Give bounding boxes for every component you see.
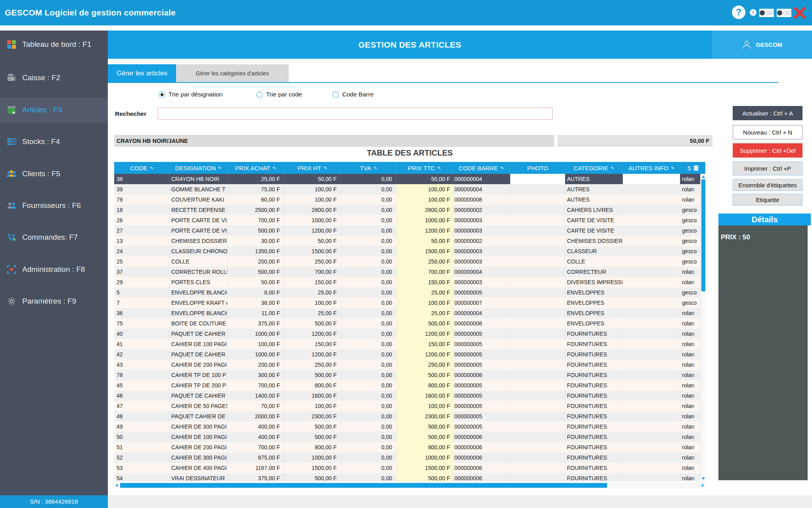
radio-trie-par-code[interactable]: Trie par code (256, 90, 302, 98)
sidebar-item-tableau-de-bord[interactable]: Tableau de bord : F1 (0, 32, 108, 57)
vertical-scrollbar[interactable] (700, 174, 705, 481)
column-header-prix-ht[interactable]: PRIX HT✎ (284, 162, 341, 174)
column-header-tva[interactable]: TVA✎ (341, 162, 396, 174)
radio-code-barre[interactable]: Code Barre (332, 90, 373, 98)
radio-circle-icon[interactable] (256, 91, 263, 98)
table-row[interactable]: 53CAHIER DE 400 PAGI1167,00 F1500,00 F0,… (114, 463, 705, 473)
image-button-1[interactable] (759, 9, 774, 17)
table-row[interactable]: 75BOITE DE COUTURE375,00 F500,00 F0,0050… (114, 318, 705, 329)
table-row[interactable]: 51CAHIER DE 200 PAGI700,00 F800,00 F0,00… (114, 442, 705, 452)
sort-icon: ✎ (437, 165, 441, 171)
table-row[interactable]: 37CORRECTEUR ROLLE500,00 F700,00 F0,0070… (114, 267, 705, 277)
nouveau-button[interactable]: Nouveau : Ctrl + N (733, 125, 802, 139)
table-cell: 500,00 F (228, 267, 284, 277)
column-header-code-barre[interactable]: CODE BARRE✎ (453, 162, 510, 174)
table-row[interactable]: 5ENVELOPPE BLANCH8,00 F25,00 F0,0025,00 … (114, 287, 705, 298)
scroll-left-icon[interactable] (115, 484, 118, 487)
table-row[interactable]: 42PAQUET DE CAHIER1000,00 F1200,00 F0,00… (114, 349, 705, 360)
table-cell (623, 308, 680, 318)
column-header-categorie[interactable]: CATEGORIE✎ (565, 162, 623, 174)
table-row[interactable]: 52CAHIER DE 300 PAGI875,00 F1000,00 F0,0… (114, 452, 705, 463)
table-row[interactable]: 25COLLE200,00 F250,00 F0,00250,00 F00000… (114, 256, 705, 267)
table-row[interactable]: 24CLASSEUR CHRONO1350,00 F1500,00 F0,001… (114, 246, 705, 256)
close-icon[interactable] (792, 5, 807, 20)
table-row[interactable]: 46PAQUET DE CAHIER1400,00 F1600,00 F0,00… (114, 391, 705, 401)
table-cell: FOURNITURES (565, 442, 623, 452)
column-header-designation[interactable]: DESIGNATION✎ (170, 162, 228, 174)
column-header-prix-ttc[interactable]: PRIX TTC✎ (396, 162, 453, 174)
serial-number-bar: S/N : 3664426818 (0, 495, 108, 508)
table-cell (623, 236, 680, 246)
column-header-photo[interactable]: PHOTO (510, 162, 565, 174)
table-cell: 1400,00 F (228, 391, 284, 401)
table-row[interactable]: 47CAHIER DE 50 PAGES70,00 F100,00 F0,001… (114, 401, 705, 411)
table-cell (510, 349, 565, 360)
table-row[interactable]: 29PORTES CLES50,00 F150,00 F0,00150,00 F… (114, 277, 705, 287)
table-row[interactable]: 27PORTE CARTE DE VIS500,00 F1200,00 F0,0… (114, 225, 705, 236)
horizontal-scrollbar[interactable] (114, 482, 705, 489)
supprimer-button[interactable]: Supprimer : Ctrl +Del (733, 143, 802, 158)
scroll-up-icon[interactable] (702, 175, 705, 178)
sidebar-item-clients[interactable]: Clients : F5 (0, 161, 108, 187)
table-row[interactable]: 49CAHIER DE 300 PAGI400,00 F500,00 F0,00… (114, 421, 705, 432)
tab-gerer-les-categories[interactable]: Gérer les catégories d'articles (176, 64, 289, 82)
radio-circle-icon[interactable] (332, 91, 339, 98)
help-icon[interactable]: ? (732, 6, 745, 19)
table-cell: 1000,00 F (396, 215, 453, 225)
table-cell: AUTRES (565, 174, 623, 184)
ensemble-etiquettes-button[interactable]: Ensemble d'étiquettes (733, 179, 802, 191)
tab-gerer-les-articles[interactable]: Gérer les articles (108, 64, 176, 82)
sidebar-item-administration[interactable]: Administration : F8 (0, 257, 108, 282)
column-header-s[interactable]: S (680, 162, 705, 174)
table-row[interactable]: 43CAHIER DE 200 PAGI200,00 F250,00 F0,00… (114, 360, 705, 370)
table-cell: AUTRES (565, 194, 623, 205)
table-cell: 0,00 (341, 442, 396, 452)
table-row[interactable]: 79COUVERTURE KAKI60,00 F100,00 F0,00100,… (114, 194, 705, 205)
info-icon[interactable]: i (750, 9, 756, 16)
etiquette-button[interactable]: Etiquette (733, 194, 802, 206)
table-cell (623, 298, 680, 308)
sidebar-item-stocks[interactable]: Stocks : F4 (0, 129, 108, 154)
table-row[interactable]: 41CAHIER DE 100 PAGI100,00 F150,00 F0,00… (114, 339, 705, 349)
table-row[interactable]: 40PAQUET DE CAHIER1000,00 F1200,00 F0,00… (114, 329, 705, 339)
table-row[interactable]: 45CAHIER TP DE 200 P700,00 F800,00 F0,00… (114, 380, 705, 391)
sidebar-item-commandes[interactable]: Commandes: F7 (0, 225, 108, 250)
actualiser-button[interactable]: Actualiser : Ctrl + A (733, 106, 802, 120)
column-header-code[interactable]: CODE✎ (114, 162, 170, 174)
table-cell: VRAI DESSINATEUR (170, 473, 228, 481)
sidebar-item-caisse[interactable]: Caisse : F2 (0, 65, 108, 90)
table-row[interactable]: 38CRAYON HB NOIR25,00 F50,00 F0,0050,00 … (114, 174, 705, 184)
user-panel[interactable]: GESCOM (712, 31, 812, 59)
image-button-2[interactable] (777, 9, 791, 17)
table-cell: 1600,00 F (284, 391, 341, 401)
table-row[interactable]: 36ENVELOPPE BLANCH11,00 F25,00 F0,0025,0… (114, 308, 705, 318)
table-row[interactable]: 39GOMME BLANCHE T75,00 F100,00 F0,00100,… (114, 184, 705, 194)
scroll-down-icon[interactable] (702, 477, 705, 480)
table-cell: ENVELOPPES (565, 318, 623, 329)
table-cell (510, 401, 565, 411)
table-cell: PORTE CARTE DE VIS (170, 215, 228, 225)
radio-trie-par-designation[interactable]: Trie par désignation (159, 90, 222, 98)
column-header-autres-info[interactable]: AUTRES INFO✎ (623, 162, 680, 174)
table-row[interactable]: 7ENVELOPPE KRAFT A38,00 F100,00 F0,00100… (114, 298, 705, 308)
table-row[interactable]: 13CHEMISES DOSSIER30,00 F50,00 F0,0050,0… (114, 236, 705, 246)
table-row[interactable]: 48PAQUET CAHIER DE2000,00 F2300,00 F0,00… (114, 411, 705, 421)
table-cell (510, 370, 565, 380)
table-row[interactable]: 26PORTE CARTE DE VIS700,00 F1000,00 F0,0… (114, 215, 705, 225)
imprimer-button[interactable]: Imprimer : Ctrl +P (733, 162, 802, 175)
sidebar-item-parametres[interactable]: Paramètres : F9 (0, 289, 108, 314)
vertical-scroll-thumb[interactable] (701, 179, 705, 291)
horizontal-scroll-thumb[interactable] (120, 483, 607, 488)
table-row[interactable]: 50CAHIER DE 100 PAGI400,00 F500,00 F0,00… (114, 432, 705, 442)
column-header-prix-achat[interactable]: PRIX ACHAT✎ (228, 162, 284, 174)
table-row[interactable]: 18RECETTE DEPENSE D2500,00 F2800,00 F0,0… (114, 205, 705, 215)
search-input[interactable] (158, 108, 553, 120)
sidebar-item-articles[interactable]: Articles : F3 (0, 97, 108, 123)
sidebar-item-fournisseurs[interactable]: Fournisseurs : F6 (0, 193, 108, 218)
radio-circle-icon[interactable] (159, 91, 165, 98)
table-cell: FOURNITURES (565, 421, 623, 432)
table-cell: 500,00 F (396, 370, 453, 380)
table-row[interactable]: 78CAHIER TP DE 100 P300,00 F500,00 F0,00… (114, 370, 705, 380)
table-row[interactable]: 54VRAI DESSINATEUR375,00 F500,00 F0,0050… (114, 473, 705, 481)
scroll-right-icon[interactable] (702, 484, 704, 487)
